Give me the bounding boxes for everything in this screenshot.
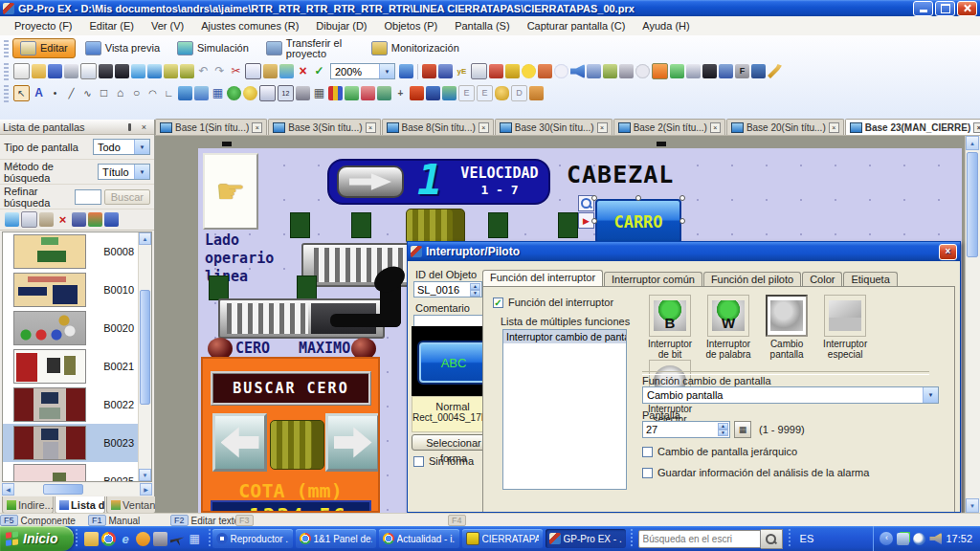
compare-screens-icon[interactable] bbox=[438, 64, 453, 78]
jog-right-button[interactable] bbox=[325, 413, 380, 472]
checkbox-icon[interactable] bbox=[642, 447, 653, 457]
parts-list-icon[interactable] bbox=[670, 64, 684, 78]
open-project-icon[interactable] bbox=[32, 64, 46, 78]
screen-type-combobox[interactable]: Todo ▼ bbox=[93, 139, 150, 155]
preview-screen-icon[interactable] bbox=[652, 63, 668, 79]
volume-icon[interactable] bbox=[929, 533, 942, 545]
screen-list-item[interactable]: B0010 bbox=[3, 271, 151, 309]
alarm-part-icon[interactable] bbox=[410, 86, 424, 100]
speed-arrow-button[interactable] bbox=[337, 165, 404, 198]
chrome-icon[interactable] bbox=[101, 532, 116, 546]
text-table-icon[interactable] bbox=[587, 64, 601, 78]
taskbar-task-button[interactable]: GP-Pro EX - ... bbox=[546, 529, 626, 548]
toolbar-grip[interactable] bbox=[4, 85, 9, 102]
chevron-down-icon[interactable]: ▼ bbox=[134, 165, 149, 179]
text-list-icon[interactable]: E bbox=[458, 85, 475, 101]
image-tool-icon[interactable] bbox=[178, 86, 192, 100]
plane-icon[interactable] bbox=[170, 532, 185, 546]
close-tab-icon[interactable]: × bbox=[973, 122, 980, 133]
text-list2-icon[interactable]: E bbox=[477, 85, 493, 101]
next-screen-icon[interactable] bbox=[180, 64, 194, 78]
search-icon[interactable] bbox=[761, 529, 783, 549]
panel-tab[interactable]: Indire... bbox=[2, 496, 54, 514]
mode-transferir-button[interactable]: Transferir el proyecto bbox=[258, 35, 362, 62]
alarm-info-checkbox[interactable]: Guardar información del análisis de la a… bbox=[642, 467, 869, 478]
address-book-icon[interactable] bbox=[471, 63, 487, 79]
hand-pointer-button[interactable]: ☛ bbox=[203, 153, 258, 230]
paste-screen-icon[interactable] bbox=[39, 212, 54, 227]
folder-icon[interactable] bbox=[84, 532, 99, 546]
start-button[interactable]: Inicio bbox=[0, 526, 74, 551]
switch-type-button[interactable] bbox=[766, 295, 808, 337]
panel-tab[interactable]: Lista d bbox=[55, 496, 105, 514]
clock-icon[interactable] bbox=[554, 64, 568, 78]
close-tab-icon[interactable]: × bbox=[366, 122, 376, 133]
lamp-part-icon[interactable] bbox=[243, 86, 257, 100]
window-screen-icon[interactable] bbox=[442, 86, 457, 100]
canvas-vertical-scrollbar[interactable]: ▲ ▼ bbox=[965, 136, 980, 513]
chevron-down-icon[interactable]: ▼ bbox=[923, 387, 938, 403]
function-key-item[interactable]: F1Manual bbox=[88, 515, 140, 526]
selection-handle[interactable] bbox=[591, 218, 597, 224]
selection-handle[interactable] bbox=[679, 195, 685, 201]
line-tool-icon[interactable]: ╱ bbox=[64, 86, 78, 100]
function-list-item[interactable]: Interruptor cambio de pantalla bbox=[503, 330, 626, 343]
scroll-up-icon[interactable]: ▲ bbox=[966, 136, 979, 150]
special-graph-icon[interactable] bbox=[377, 86, 391, 100]
graph-part-icon[interactable] bbox=[328, 86, 343, 100]
document-tab[interactable]: Base 30(Sin títu...)× bbox=[495, 119, 612, 135]
zoom-combobox[interactable]: 200% ▼ bbox=[330, 63, 395, 79]
vertex-edit-icon[interactable] bbox=[686, 64, 701, 78]
function-key-item[interactable]: F5Componente bbox=[0, 515, 76, 526]
screen-list-item[interactable]: B0008 bbox=[3, 232, 151, 271]
copy-screen-icon[interactable] bbox=[21, 211, 37, 228]
hierarchical-change-checkbox[interactable]: Cambio de pantalla jerárquico bbox=[642, 446, 797, 457]
cross-reference-icon[interactable] bbox=[422, 64, 436, 78]
save-project-icon[interactable] bbox=[48, 64, 62, 78]
screen-image-tool-icon[interactable] bbox=[194, 86, 209, 100]
line-graph-icon[interactable] bbox=[361, 86, 375, 100]
wrench-icon[interactable] bbox=[768, 64, 782, 78]
arc-tool-icon[interactable]: ◠ bbox=[145, 86, 160, 100]
screen-transfer-icon[interactable] bbox=[88, 212, 102, 227]
text-tool-icon[interactable]: A bbox=[32, 86, 46, 100]
print-icon[interactable] bbox=[64, 64, 78, 78]
ellipse-tool-icon[interactable]: ○ bbox=[129, 86, 144, 100]
network-activity-icon[interactable] bbox=[897, 533, 909, 545]
scrollbar-thumb[interactable] bbox=[140, 290, 150, 405]
screen-hierarchy-icon[interactable] bbox=[104, 212, 119, 227]
symbol-edit-icon[interactable]: yE bbox=[455, 64, 469, 78]
spin-down-icon[interactable]: ▼ bbox=[718, 430, 728, 436]
print-preview-icon[interactable] bbox=[80, 63, 97, 79]
sound-icon[interactable] bbox=[570, 64, 585, 78]
spin-down-icon[interactable]: ▼ bbox=[470, 290, 480, 297]
menu-item[interactable]: Capturar pantalla (C) bbox=[519, 18, 635, 33]
pin-parts-icon[interactable] bbox=[702, 64, 717, 78]
menu-item[interactable]: Dibujar (D) bbox=[307, 18, 375, 33]
scroll-up-icon[interactable]: ▲ bbox=[139, 232, 151, 245]
screen-capture-icon[interactable] bbox=[115, 64, 129, 78]
scroll-down-icon[interactable]: ▼ bbox=[139, 469, 151, 481]
new-screen-icon[interactable] bbox=[5, 212, 19, 227]
draw-selector-icon[interactable]: D bbox=[511, 85, 527, 101]
no-shape-checkbox[interactable]: Sin forma bbox=[413, 455, 474, 467]
screen-number-field[interactable]: 27 ▲▼ bbox=[642, 421, 730, 438]
spin-up-icon[interactable]: ▲ bbox=[470, 283, 480, 290]
redo-icon[interactable]: ↷ bbox=[212, 64, 227, 78]
hidden-icons-chevron[interactable]: ‹ bbox=[880, 532, 893, 545]
checkbox-checked-icon[interactable]: ✓ bbox=[493, 298, 503, 308]
previous-screen-icon[interactable] bbox=[164, 64, 178, 78]
screen-edge-handle[interactable] bbox=[657, 142, 666, 146]
document-tab[interactable]: Base 8(Sin títu...)× bbox=[382, 119, 494, 135]
buscar-cero-display[interactable]: BUSCAR CERO bbox=[211, 371, 371, 406]
document-tab[interactable]: Base 3(Sin títu...)× bbox=[268, 119, 380, 135]
close-tab-icon[interactable]: × bbox=[597, 122, 608, 133]
switch-type-button[interactable] bbox=[824, 295, 866, 337]
switch-function-checkbox[interactable]: ✓ Función del interruptor bbox=[493, 297, 613, 308]
package-transfer-icon[interactable] bbox=[719, 64, 733, 78]
switch-type-button[interactable]: W bbox=[707, 295, 749, 337]
green-block[interactable] bbox=[290, 212, 310, 238]
copy-icon[interactable] bbox=[245, 63, 261, 79]
menu-item[interactable]: Pantalla (S) bbox=[446, 18, 518, 33]
buscar-button[interactable]: Buscar bbox=[104, 189, 150, 205]
